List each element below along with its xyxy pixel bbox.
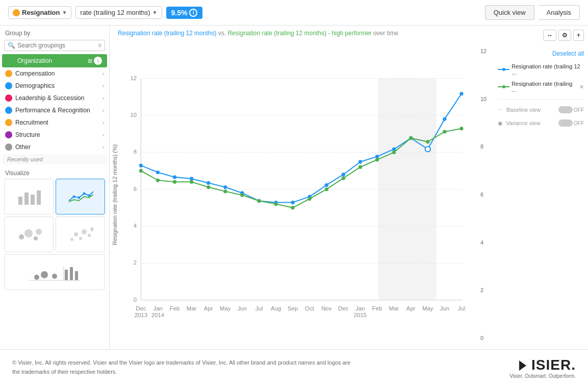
svg-point-13 bbox=[74, 232, 78, 236]
svg-point-6 bbox=[83, 192, 85, 195]
sidebar-organization-label: Organization bbox=[17, 57, 52, 64]
search-input[interactable] bbox=[17, 42, 96, 49]
svg-point-74 bbox=[291, 201, 294, 204]
visualize-label: Visualize bbox=[0, 165, 109, 179]
svg-point-20 bbox=[52, 274, 57, 279]
line-chart-icon bbox=[68, 186, 93, 207]
leadership-icon bbox=[5, 94, 12, 102]
svg-point-100 bbox=[392, 151, 396, 154]
visualize-grid bbox=[0, 179, 109, 252]
chart-add-button[interactable]: + bbox=[573, 30, 584, 41]
svg-rect-1 bbox=[24, 192, 29, 205]
svg-point-103 bbox=[443, 130, 446, 133]
svg-point-98 bbox=[359, 165, 362, 169]
resignation-icon bbox=[13, 9, 20, 16]
sidebar-demographics-label: Demographics bbox=[15, 82, 55, 89]
viz-scatter-chart[interactable] bbox=[56, 216, 105, 252]
demographics-icon bbox=[5, 82, 12, 89]
top-bar: Resignation ▼ rate (trailing 12 months) … bbox=[0, 0, 588, 26]
sidebar-performance-label: Performance & Recognition bbox=[15, 107, 90, 114]
blue-point-0 bbox=[139, 164, 143, 167]
variance-toggle[interactable]: OFF bbox=[558, 119, 584, 127]
svg-rect-22 bbox=[70, 267, 73, 280]
resignation-badge[interactable]: Resignation ▼ bbox=[8, 6, 71, 19]
footer-text: © Visier, Inc. All rights reserved. Visi… bbox=[12, 358, 359, 376]
baseline-icon: ⋯ bbox=[498, 107, 503, 113]
analysis-button[interactable]: Analysis bbox=[539, 5, 580, 20]
left-panel: Group by 🔍 ≡ Organization ⊞ i bbox=[0, 26, 110, 349]
svg-text:Dec: Dec bbox=[338, 305, 349, 311]
group-by-label: Group by bbox=[0, 30, 109, 40]
performance-chevron: › bbox=[103, 108, 104, 113]
sidebar-item-organization[interactable]: Organization ⊞ i bbox=[2, 54, 107, 67]
svg-text:6: 6 bbox=[134, 186, 137, 192]
svg-point-87 bbox=[173, 180, 176, 184]
svg-text:Nov: Nov bbox=[321, 305, 332, 311]
resignation-arrow: ▼ bbox=[62, 10, 67, 15]
svg-point-94 bbox=[291, 206, 294, 209]
scatter-chart-icon bbox=[68, 224, 93, 245]
svg-point-66 bbox=[156, 171, 160, 174]
svg-text:May: May bbox=[422, 305, 433, 311]
svg-point-95 bbox=[308, 197, 312, 201]
viz-bubble-chart[interactable] bbox=[4, 216, 54, 252]
logo-symbol: ISIER. bbox=[519, 356, 576, 372]
sidebar-item-structure[interactable]: Structure › bbox=[0, 129, 109, 141]
svg-point-15 bbox=[82, 229, 87, 234]
svg-text:Apr: Apr bbox=[406, 305, 416, 311]
search-box[interactable]: 🔍 ≡ bbox=[4, 40, 105, 51]
baseline-label: Baseline view bbox=[506, 107, 541, 113]
svg-text:10: 10 bbox=[130, 112, 137, 118]
viz-combo-chart[interactable] bbox=[4, 254, 105, 290]
svg-point-77 bbox=[342, 173, 345, 176]
legend-panel: Deselect all Resignation rate (trailing … bbox=[494, 44, 588, 345]
chart-svg: .axis-text { font-size: 11px; fill: #888… bbox=[120, 44, 478, 345]
viz-line-chart[interactable] bbox=[56, 179, 105, 214]
svg-point-17 bbox=[90, 227, 93, 231]
svg-point-76 bbox=[325, 183, 328, 187]
svg-rect-0 bbox=[18, 197, 22, 205]
legend-close-green[interactable]: ✕ bbox=[579, 84, 584, 90]
svg-point-99 bbox=[375, 158, 379, 161]
svg-text:Oct: Oct bbox=[305, 305, 315, 311]
svg-point-19 bbox=[41, 271, 48, 278]
sidebar-item-leadership[interactable]: Leadership & Succession › bbox=[0, 92, 109, 104]
footer-logo: ISIER. Visier. Outsmart. Outperform. bbox=[509, 356, 576, 379]
structure-icon bbox=[5, 131, 12, 138]
sidebar-item-other[interactable]: Other › bbox=[0, 141, 109, 153]
sidebar-other-label: Other bbox=[15, 143, 31, 151]
svg-point-79 bbox=[375, 155, 379, 158]
filter-icon[interactable]: ≡ bbox=[98, 42, 101, 49]
svg-point-88 bbox=[190, 180, 193, 184]
sidebar-item-compensation[interactable]: Compensation › bbox=[0, 67, 109, 80]
chart-fit-button[interactable]: ↔ bbox=[543, 30, 556, 41]
svg-point-86 bbox=[156, 178, 160, 182]
legend-blue-label: Resignation rate (trailing 12 ... bbox=[512, 63, 584, 76]
sidebar-item-recruitment[interactable]: Recruitment › bbox=[0, 116, 109, 129]
combo-chart-icon bbox=[29, 262, 80, 282]
svg-point-69 bbox=[207, 181, 210, 185]
variance-state: OFF bbox=[574, 121, 584, 126]
svg-rect-42 bbox=[378, 79, 437, 300]
rate-selector[interactable]: rate (trailing 12 months) ▼ bbox=[75, 6, 162, 19]
svg-point-80 bbox=[392, 147, 396, 151]
bubble-chart-icon bbox=[16, 224, 42, 245]
svg-point-91 bbox=[240, 193, 244, 197]
svg-text:Jun: Jun bbox=[238, 305, 247, 311]
svg-text:4: 4 bbox=[134, 223, 137, 229]
legend-divider bbox=[498, 99, 584, 100]
chart-settings-button[interactable]: ⚙ bbox=[558, 30, 571, 41]
svg-point-82 bbox=[425, 147, 430, 152]
svg-rect-3 bbox=[37, 190, 41, 205]
quick-view-button[interactable]: Quick view bbox=[485, 5, 534, 20]
viz-bar-chart[interactable] bbox=[4, 179, 54, 214]
baseline-toggle[interactable]: OFF bbox=[558, 106, 584, 113]
sidebar-item-performance[interactable]: Performance & Recognition › bbox=[0, 104, 109, 116]
resignation-label: Resignation bbox=[22, 9, 60, 16]
svg-rect-21 bbox=[65, 270, 68, 280]
sidebar-item-demographics[interactable]: Demographics › bbox=[0, 80, 109, 92]
svg-text:8: 8 bbox=[134, 149, 137, 155]
svg-point-83 bbox=[443, 117, 446, 121]
deselect-all-button[interactable]: Deselect all bbox=[498, 48, 584, 59]
demographics-chevron: › bbox=[103, 83, 104, 89]
